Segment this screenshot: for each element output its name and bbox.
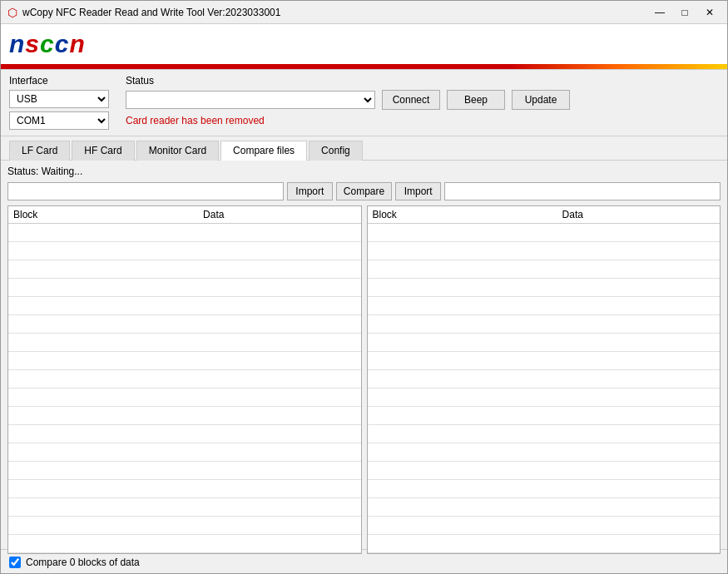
right-table-body bbox=[368, 224, 721, 553]
table-row bbox=[8, 480, 361, 498]
table-row bbox=[368, 352, 721, 370]
table-row bbox=[8, 443, 361, 462]
left-table: Block Data bbox=[8, 206, 361, 553]
table-row bbox=[368, 517, 721, 535]
table-row bbox=[8, 370, 361, 388]
table-row bbox=[368, 260, 721, 279]
controls-area: Interface USB COM1 Status Connect Beep U… bbox=[1, 70, 727, 136]
close-button[interactable]: ✕ bbox=[699, 4, 721, 21]
file2-input[interactable] bbox=[444, 182, 721, 200]
import-button-2[interactable]: Import bbox=[395, 182, 441, 200]
table-row bbox=[368, 388, 721, 407]
title-bar-right: — □ ✕ bbox=[649, 4, 721, 21]
update-button[interactable]: Update bbox=[512, 90, 570, 110]
interface-group: Interface USB COM1 bbox=[9, 75, 109, 130]
tab-lf-card[interactable]: LF Card bbox=[9, 141, 70, 161]
table-row bbox=[368, 334, 721, 352]
table-row bbox=[8, 279, 361, 297]
connect-button[interactable]: Connect bbox=[382, 90, 440, 110]
table-row bbox=[368, 443, 721, 462]
right-table: Block Data bbox=[368, 206, 721, 553]
tab-compare-files[interactable]: Compare files bbox=[220, 141, 307, 161]
table-row bbox=[8, 462, 361, 480]
tab-config[interactable]: Config bbox=[309, 141, 363, 161]
logo-s: s bbox=[25, 30, 40, 57]
table-row bbox=[8, 242, 361, 260]
table-row bbox=[368, 425, 721, 443]
table-row bbox=[368, 407, 721, 425]
right-data-header: Data bbox=[426, 206, 721, 224]
status-row: Connect Beep Update bbox=[126, 90, 719, 110]
tables-row: Block Data Block Data bbox=[7, 205, 721, 554]
beep-button[interactable]: Beep bbox=[447, 90, 505, 110]
logo-c2: c bbox=[55, 30, 70, 57]
red-stripe bbox=[1, 64, 727, 69]
table-row bbox=[368, 224, 721, 242]
status-group: Status Connect Beep Update Card reader h… bbox=[126, 75, 719, 126]
tab-hf-card[interactable]: HF Card bbox=[72, 141, 134, 161]
table-row bbox=[368, 535, 721, 553]
header: nsccn bbox=[1, 24, 727, 70]
title-bar-left: ⬡ wCopy NFC Reader Read and Write Tool V… bbox=[7, 6, 280, 19]
compare-button[interactable]: Compare bbox=[336, 182, 392, 200]
minimize-button[interactable]: — bbox=[649, 4, 671, 21]
title-text: wCopy NFC Reader Read and Write Tool Ver… bbox=[22, 7, 280, 18]
compare-toolbar: Import Compare Import bbox=[7, 182, 721, 200]
error-text: Card reader has been removed bbox=[126, 115, 719, 126]
table-row bbox=[8, 425, 361, 443]
table-row bbox=[368, 462, 721, 480]
logo-area: nsccn bbox=[1, 24, 727, 63]
table-row bbox=[368, 279, 721, 297]
right-data-panel: Block Data bbox=[367, 205, 721, 554]
logo-n: n bbox=[9, 30, 25, 57]
table-row bbox=[8, 315, 361, 334]
table-row bbox=[368, 498, 721, 517]
import-button-1[interactable]: Import bbox=[287, 182, 333, 200]
table-row bbox=[8, 517, 361, 535]
maximize-button[interactable]: □ bbox=[674, 4, 696, 21]
left-data-panel: Block Data bbox=[7, 205, 362, 554]
main-content: Status: Waiting... Import Compare Import… bbox=[1, 161, 727, 549]
logo-c: c bbox=[40, 30, 55, 57]
status-line: Status: Waiting... bbox=[7, 166, 721, 177]
status-label: Status bbox=[126, 75, 719, 87]
table-row bbox=[8, 260, 361, 279]
table-row bbox=[8, 498, 361, 517]
left-data-header: Data bbox=[67, 206, 361, 224]
table-row bbox=[368, 370, 721, 388]
left-block-header: Block bbox=[8, 206, 67, 224]
table-row bbox=[8, 297, 361, 315]
left-table-body bbox=[8, 224, 361, 553]
compare-checkbox[interactable] bbox=[9, 557, 21, 568]
status-combo[interactable] bbox=[126, 91, 375, 109]
title-bar: ⬡ wCopy NFC Reader Read and Write Tool V… bbox=[1, 1, 727, 24]
usb-select[interactable]: USB bbox=[9, 90, 109, 108]
table-row bbox=[8, 535, 361, 553]
table-row bbox=[8, 388, 361, 407]
tab-monitor-card[interactable]: Monitor Card bbox=[136, 141, 219, 161]
table-row bbox=[8, 224, 361, 242]
footer-label: Compare 0 blocks of data bbox=[26, 557, 140, 568]
table-row bbox=[368, 480, 721, 498]
interface-label: Interface bbox=[9, 75, 109, 87]
table-row bbox=[368, 297, 721, 315]
logo-n2: n bbox=[69, 30, 85, 57]
table-row bbox=[8, 407, 361, 425]
right-block-header: Block bbox=[368, 206, 426, 224]
file1-input[interactable] bbox=[7, 182, 284, 200]
table-row bbox=[368, 315, 721, 334]
com-select[interactable]: COM1 bbox=[9, 111, 109, 130]
table-row bbox=[8, 352, 361, 370]
app-icon: ⬡ bbox=[7, 6, 17, 19]
logo: nsccn bbox=[9, 30, 86, 58]
table-row bbox=[368, 242, 721, 260]
table-row bbox=[8, 334, 361, 352]
tabs-area: LF Card HF Card Monitor Card Compare fil… bbox=[1, 136, 727, 161]
